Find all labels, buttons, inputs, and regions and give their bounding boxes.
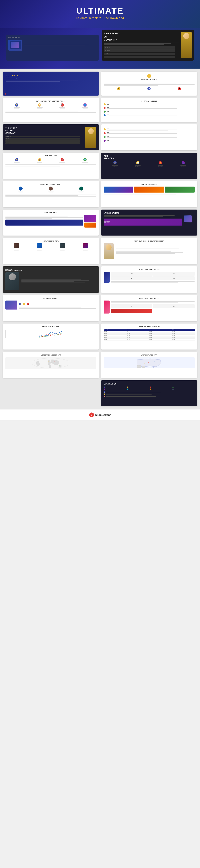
welcome-icon-3: ♦ (177, 87, 182, 91)
slide-story-dark: THE STORYOF OURCOMPANY Your Title Here Y… (3, 124, 99, 150)
macbook-icon-3: ★ (27, 303, 29, 305)
table-cell: Data 01 (149, 331, 172, 333)
world-map-svg (5, 358, 96, 369)
mobile-icons-grid: ☆ ♡ ⊙ ◈ (111, 272, 195, 280)
contact-dot-6 (126, 389, 128, 390)
chart-content: Your Text Here Your Text Here Your Text … (5, 329, 96, 340)
table-row: Data 01 Data 01 Data 01 Data 01 (104, 331, 195, 333)
slide-table: TABLE WITH FOUR COLUMN Column 1 Column 2… (101, 323, 197, 349)
macbook-icon-1: ⚡ (19, 303, 21, 305)
what-people-title: WHAT THE PEOPLE THINK? (5, 184, 96, 185)
table-cell: Data 01 (172, 331, 195, 333)
ceo-light-info (116, 249, 195, 254)
featured-orange-thumb (84, 222, 96, 227)
timeline2-dot (104, 136, 106, 138)
timeline-item-1: 2015 (104, 103, 195, 105)
timeline-year: 2015 (107, 103, 195, 105)
icon-circle: ⚙ (147, 87, 151, 90)
hero-preview: MACBOOK MO... THE STORYOFCOMPANY (0, 28, 200, 69)
table-row: Data 04 Data 04 Data 04 Data 04 (104, 337, 195, 339)
work-thumb-2 (134, 187, 164, 192)
services-light-title: Our Services For A Better World. (5, 100, 96, 102)
slide-ceo-dark: MEET OURCHIEF EXECUTIVE OFFICER (3, 266, 99, 293)
slide-mobile-full: MOBILE APP FOR STARTUP ⊙ ◈ (101, 295, 197, 321)
worldmap-title: WORLDWIDE VECTOR MAP (5, 354, 96, 356)
timeline2-year: 2020 (107, 132, 195, 133)
chart-area-wrapper: Your Text Here Your Text Here Your Text … (5, 329, 96, 340)
service-dark-circle: 🔒 (159, 161, 162, 164)
service-dark-2: 📊 Your Feature (135, 161, 141, 167)
featured-content (5, 215, 96, 227)
contact-dot-2 (126, 386, 128, 388)
footer: S SlideBazaar (0, 409, 200, 420)
our-service-3: 🎯 (59, 158, 65, 162)
table-cell: Data 01 (126, 331, 149, 333)
slidebazaar-letter: S (91, 413, 92, 416)
welcome-icon-2: ⚙ (147, 87, 151, 91)
mobile-icon-symbol: ☆ (131, 273, 133, 275)
service-dark-circle: 🌐 (181, 161, 185, 164)
table-cell: Data 04 (149, 337, 172, 339)
slide-welcome: WELCOME MESSAGE ★ ⚙ ♦ (101, 71, 197, 96)
macbook-lines (19, 307, 96, 309)
mobile-icon-2: ♡ (153, 272, 195, 276)
timeline-dot (104, 103, 106, 105)
contact-dots-grid (104, 386, 195, 390)
contact-phone: ✆ (104, 394, 195, 395)
slide-our-services-light: OUR SERVICES ⚡ 📱 🎯 💎 (3, 153, 99, 179)
mobile-full-item-2: ◈ (153, 304, 195, 308)
slide-timeline: COMPANY TIMELINE 2015 2016 2017 (101, 98, 197, 122)
chart-legend: Your Text Here Your Text Here Your Text … (5, 339, 96, 340)
slide-ceo-light: MEET OUR CHIEF EXECUTIVE OFFICER (101, 238, 197, 264)
contact-dot-8 (172, 389, 174, 390)
table-header-2: Column 2 (126, 329, 149, 331)
ultimate-logo: ULTIMATE (6, 74, 96, 77)
our-services-icons: ⚡ 📱 🎯 💎 (5, 158, 96, 162)
mobile-full-content: ⊙ ◈ (104, 301, 195, 313)
legend-line-1 (17, 339, 19, 339)
welcome-circle (147, 74, 151, 78)
footer-logo: S SlideBazaar (89, 412, 111, 417)
svg-rect-7 (142, 366, 145, 368)
mobile-icon-3: ⊙ (111, 276, 152, 280)
slide-ultimate: ULTIMATE A Business & Marketing Keynote … (3, 71, 99, 96)
macbook-icon-2: ♦ (23, 303, 25, 305)
table-cell: Data 04 (172, 337, 195, 339)
slide-line-chart: LINE CHART GRAPHIC Your Text Here (3, 323, 99, 349)
welcome-icon-1: ★ (116, 87, 121, 91)
contact-dot-3 (150, 386, 151, 388)
service-circle: 📊 (38, 103, 41, 106)
latest-dark-analyze: Analyze YourData Easily (105, 221, 110, 223)
service-dark-3: 🔒 Your Feature (158, 161, 163, 167)
our-services-dark-icons: ⚡ Your Feature 📊 Your Feature 🔒 Your Fea… (104, 161, 195, 167)
contact-title: CONTACT US (104, 383, 195, 385)
timeline2-list: 2019 2020 2021 (104, 128, 195, 142)
mobile-content: ☆ ♡ ⊙ ◈ (104, 272, 195, 283)
legend-label-1: Your Text Here (19, 339, 24, 340)
svg-point-8 (148, 362, 149, 363)
featured-purple-thumb (84, 215, 96, 222)
mobile-phone-graphic (104, 272, 110, 283)
slide-latest-dark: LATEST WORKS Analyze YourData Easily (101, 210, 197, 236)
table-cell: Data 02 (126, 333, 149, 335)
contact-dot-1 (104, 386, 105, 388)
table-row: Data 03 Data 03 Data 03 Data 03 (104, 335, 195, 337)
mobile-full-grid: ⊙ ◈ (111, 304, 195, 313)
slidebazaar-label: SlideBazaar (6, 93, 10, 94)
slide-timeline2: 2019 2020 2021 (101, 124, 197, 150)
our-service-4: 💎 (82, 158, 88, 162)
mobile-app-title: MOBILE APP FOR STARTUP (104, 269, 195, 270)
our-service-circle: ⚡ (15, 158, 19, 161)
work-thumb-3 (165, 187, 195, 192)
legend-label-2: Your Text Here (49, 339, 54, 340)
featured-work-title: FEATURED WORK (5, 212, 96, 213)
macbook-icon-circle: ★ (27, 303, 29, 305)
services-icons: 💡 📊 🔧 🌐 (5, 103, 96, 109)
phone-line (106, 394, 151, 395)
our-service-circle: 🎯 (61, 158, 64, 161)
ceo-light-title: MEET OUR CHIEF EXECUTIVE OFFICER (104, 240, 195, 242)
service-circle: 💡 (15, 103, 19, 106)
table-cell: Data 02 (149, 333, 172, 335)
slide-featured-work: FEATURED WORK (3, 210, 99, 236)
table-cell: Data 04 (126, 337, 149, 339)
